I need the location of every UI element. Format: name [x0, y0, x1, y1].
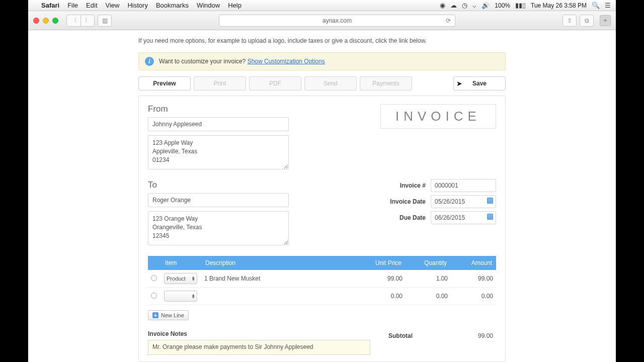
reload-icon[interactable]: ⟳	[446, 17, 451, 24]
item-unit-price[interactable]: 0.00	[360, 288, 406, 305]
payments-button[interactable]: Payments	[360, 76, 412, 90]
menu-window[interactable]: Window	[197, 2, 220, 9]
status-wifi-icon[interactable]: ⌵	[472, 2, 476, 9]
status-datetime[interactable]: Tue May 26 3:58 PM	[531, 2, 587, 9]
status-battery-pct: 100%	[495, 2, 510, 9]
sidebar-button[interactable]: ▥	[98, 15, 112, 27]
item-type-select[interactable]: ▴▾	[164, 291, 197, 302]
invoice-date-input[interactable]	[431, 195, 496, 208]
line-items-table: Item Description Unit Price Quantity Amo…	[148, 256, 496, 305]
options-hint-text: If you need more options, for example to…	[138, 37, 506, 44]
preview-button[interactable]: Preview	[138, 76, 191, 90]
new-tab-button[interactable]: +	[600, 15, 611, 26]
subtotal-value: 99.00	[478, 332, 493, 339]
zoom-window-button[interactable]	[52, 18, 58, 24]
notes-label: Invoice Notes	[148, 330, 370, 337]
from-address-input[interactable]	[148, 135, 289, 169]
new-line-button[interactable]: + New Line	[148, 310, 189, 320]
due-date-label: Due Date	[399, 214, 426, 221]
from-name-input[interactable]	[148, 117, 289, 131]
page-content: If you need more options, for example to…	[28, 30, 616, 362]
subtotal-label: Subtotal	[388, 332, 413, 339]
info-icon: i	[145, 57, 154, 66]
send-button[interactable]: Send	[304, 76, 357, 90]
app-name[interactable]: Safari	[41, 2, 59, 9]
col-description: Description	[201, 256, 360, 270]
macos-menubar: Safari File Edit View History Bookmarks …	[28, 0, 616, 11]
customization-banner: i Want to customize your invoice? Show C…	[138, 52, 506, 70]
invoice-card: From To INVOICE	[138, 96, 506, 362]
calendar-icon[interactable]	[487, 214, 493, 220]
invoice-toolbar: Preview Print PDF Send Payments Save ➤	[138, 76, 506, 90]
to-name-input[interactable]	[148, 193, 289, 207]
item-type-select[interactable]: Product▴▾	[164, 273, 197, 284]
invoice-date-label: Invoice Date	[390, 198, 426, 205]
status-sync-icon[interactable]: ☁	[450, 2, 457, 9]
status-record-icon[interactable]: ◉	[440, 2, 445, 9]
menu-help[interactable]: Help	[228, 2, 242, 9]
minimize-window-button[interactable]	[43, 18, 49, 24]
plus-icon: +	[152, 312, 158, 318]
address-url: aynax.com	[323, 17, 352, 24]
menu-bookmarks[interactable]: Bookmarks	[156, 2, 189, 9]
notes-textarea[interactable]	[148, 340, 370, 355]
forward-button[interactable]: 〉	[80, 15, 95, 27]
menu-edit[interactable]: Edit	[86, 2, 97, 9]
invoice-number-input[interactable]	[431, 179, 496, 192]
item-amount: 99.00	[451, 270, 496, 288]
item-unit-price[interactable]: 99.00	[360, 270, 406, 288]
close-window-button[interactable]	[33, 18, 39, 24]
print-button[interactable]: Print	[194, 76, 246, 90]
calendar-icon[interactable]	[487, 198, 493, 204]
due-date-input[interactable]	[431, 211, 496, 224]
table-row: Product▴▾ 1 Brand New Musket 99.00 1.00 …	[148, 270, 496, 288]
safari-toolbar: 〈 〉 ▥ aynax.com ⟳ ⇪ ⧉ +	[28, 11, 616, 30]
item-quantity[interactable]: 1.00	[406, 270, 451, 288]
show-customization-link[interactable]: Show Customization Options	[248, 58, 325, 65]
row-select-radio[interactable]	[151, 293, 157, 299]
item-amount: 0.00	[451, 288, 496, 305]
window-controls	[33, 18, 58, 24]
row-select-radio[interactable]	[151, 275, 157, 281]
invoice-title: INVOICE	[380, 104, 496, 129]
table-row: ▴▾ 0.00 0.00 0.00	[148, 288, 496, 305]
back-button[interactable]: 〈	[66, 15, 80, 27]
from-label: From	[148, 104, 289, 114]
status-volume-icon[interactable]: 🔊	[481, 2, 490, 9]
col-quantity: Quantity	[406, 256, 451, 270]
tabs-button[interactable]: ⧉	[580, 15, 594, 27]
notification-center-icon[interactable]: ☰	[605, 2, 611, 9]
pdf-button[interactable]: PDF	[249, 76, 301, 90]
item-description[interactable]: 1 Brand New Musket	[204, 275, 260, 282]
share-button[interactable]: ⇪	[562, 15, 577, 27]
save-button[interactable]: Save	[453, 76, 506, 90]
status-battery-icon: ▮▮▯	[515, 2, 526, 9]
menu-view[interactable]: View	[106, 2, 120, 9]
col-item: Item	[161, 256, 201, 270]
status-clock-icon[interactable]: ◷	[462, 2, 467, 9]
banner-text: Want to customize your invoice?	[159, 58, 246, 65]
address-bar[interactable]: aynax.com ⟳	[219, 15, 455, 27]
to-label: To	[148, 180, 289, 190]
item-quantity[interactable]: 0.00	[406, 288, 451, 305]
spotlight-icon[interactable]: 🔍	[592, 2, 600, 9]
menu-file[interactable]: File	[67, 2, 78, 9]
to-address-input[interactable]	[148, 211, 289, 245]
menu-history[interactable]: History	[127, 2, 147, 9]
col-unit-price: Unit Price	[360, 256, 406, 270]
col-amount: Amount	[451, 256, 496, 270]
invoice-number-label: Invoice #	[400, 182, 426, 189]
